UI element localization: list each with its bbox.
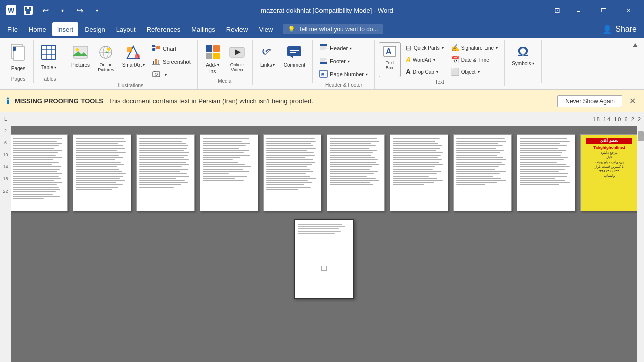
menu-item-insert[interactable]: Insert: [52, 22, 79, 36]
table-button[interactable]: Table ▾: [38, 42, 60, 72]
links-dropdown-icon: ▾: [273, 63, 275, 67]
online-pictures-icon: [98, 44, 114, 61]
svg-rect-14: [73, 46, 88, 58]
svg-rect-53: [320, 62, 327, 64]
pages-button[interactable]: Pages: [7, 42, 29, 73]
scroll-thumb[interactable]: [638, 131, 644, 141]
collapse-ribbon-button[interactable]: [630, 40, 641, 53]
menu-item-mailings[interactable]: Mailings: [186, 22, 220, 36]
tell-me-input[interactable]: 💡 Tell me what you want to do...: [283, 24, 383, 34]
menu-item-view[interactable]: View: [254, 22, 278, 36]
never-show-again-button[interactable]: Never Show Again: [557, 95, 622, 107]
ribbon-group-text-label: Text: [379, 79, 500, 86]
menu-item-layout[interactable]: Layout: [111, 22, 141, 36]
addins-dropdown-icon: ▾: [217, 63, 219, 67]
notification-message: This document contains text in Persian (…: [108, 97, 552, 105]
screenshot-dropdown-icon: ▾: [165, 73, 167, 77]
page-thumbnail-5: [263, 134, 321, 211]
svg-marker-62: [633, 43, 638, 47]
quick-parts-button[interactable]: ⊟ Quick Parts ▾: [403, 42, 446, 53]
page-number-button[interactable]: # Page Number ▾: [317, 68, 370, 80]
svg-rect-40: [213, 53, 220, 59]
menu-item-home[interactable]: Home: [24, 22, 51, 36]
ribbon-group-symbols-label: [509, 82, 537, 83]
chart-button[interactable]: Screenshot: [150, 56, 193, 68]
minimize-button[interactable]: 🗕: [567, 3, 590, 18]
smartart-button[interactable]: Chart: [150, 42, 193, 55]
text-box-button[interactable]: A TextBox: [379, 42, 401, 77]
wordart-icon: A: [406, 56, 411, 64]
comment-icon: [286, 44, 302, 61]
wordart-dropdown-icon: ▾: [433, 58, 435, 62]
notification-icon: ℹ: [6, 96, 10, 107]
document-area[interactable]: تحقیق آنلاین Tahghighonline.i مرجع دانلو…: [11, 126, 637, 362]
svg-rect-26: [152, 48, 155, 51]
header-button[interactable]: Header ▾: [317, 42, 370, 54]
pages-row: تحقیق آنلاین Tahghighonline.i مرجع دانلو…: [11, 134, 637, 211]
undo-button[interactable]: ↩: [38, 3, 52, 17]
pictures-button[interactable]: Pictures: [68, 42, 93, 70]
menu-item-file[interactable]: File: [2, 22, 23, 36]
page-thumbnail-9: [517, 134, 575, 211]
date-time-icon: 📅: [451, 56, 459, 64]
symbols-button[interactable]: Ω Symbols ▾: [509, 42, 537, 68]
share-button[interactable]: 👤 Share: [597, 23, 642, 36]
footer-dropdown-icon: ▾: [348, 59, 350, 64]
ruler-area: L 18 14 10 6 2 2: [0, 112, 644, 126]
page-thumbnail-8: [453, 134, 512, 211]
date-time-button[interactable]: 📅 Date & Time: [448, 54, 501, 65]
title-bar-right: ⊡ 🗕 🗖 ✕: [550, 3, 640, 18]
svg-rect-37: [206, 45, 212, 52]
customize-qat-button[interactable]: ▾: [90, 3, 104, 17]
svg-rect-48: [320, 44, 327, 46]
svg-text:#: #: [321, 72, 324, 77]
ribbon-group-media-label: Media: [202, 78, 248, 85]
svg-point-20: [107, 48, 110, 51]
close-button[interactable]: ✕: [617, 3, 640, 18]
shapes-dropdown-icon: ▾: [143, 63, 145, 67]
signature-button[interactable]: ✍ Signature Line ▾: [448, 42, 501, 53]
ribbon-group-media: Add- ▾ ins OnlineVideo Media: [198, 40, 253, 85]
wordart-button[interactable]: A WordArt ▾: [403, 54, 446, 65]
ribbon-group-pages-label: Pages: [7, 76, 29, 83]
redo-button[interactable]: ↪: [72, 3, 87, 17]
text-box-icon: A: [383, 44, 397, 59]
scrollbar[interactable]: [637, 126, 644, 362]
maximize-button[interactable]: 🗖: [592, 3, 615, 18]
svg-rect-30: [153, 61, 154, 64]
svg-text:A: A: [386, 47, 392, 56]
links-button[interactable]: Links ▾: [257, 42, 279, 70]
undo-dropdown[interactable]: ▾: [55, 3, 69, 17]
quick-parts-icon: ⊟: [406, 44, 412, 52]
page-number-icon: #: [319, 70, 328, 79]
ribbon-group-illustrations-label: Illustrations: [68, 83, 193, 89]
dropcap-button[interactable]: A Drop Cap ▾: [403, 66, 446, 77]
online-pictures-button[interactable]: OnlinePictures: [95, 42, 117, 74]
svg-rect-36: [154, 71, 156, 72]
signature-dropdown-icon: ▾: [496, 46, 498, 50]
page-thumbnail-10: تحقیق آنلاین Tahghighonline.i مرجع دانلو…: [580, 134, 637, 211]
page-thumbnail-6: [327, 134, 385, 211]
svg-rect-25: [152, 45, 155, 47]
page-thumbnail-4: [200, 134, 258, 211]
notification-close-button[interactable]: ✕: [627, 94, 638, 108]
svg-rect-23: [127, 47, 132, 52]
menu-item-design[interactable]: Design: [79, 22, 110, 36]
menu-item-review[interactable]: Review: [221, 22, 253, 36]
ribbon-display-button[interactable]: ⊡: [550, 3, 565, 17]
page-marker: [321, 266, 327, 271]
word-logo-icon[interactable]: W: [4, 3, 18, 17]
online-video-button[interactable]: OnlineVideo: [226, 42, 248, 74]
footer-button[interactable]: Footer ▾: [317, 55, 370, 67]
object-button[interactable]: ⬜ Object ▾: [448, 66, 501, 77]
addins-icon: [205, 44, 221, 61]
pictures-icon: [72, 44, 89, 61]
save-button[interactable]: [21, 3, 35, 17]
ribbon-group-symbols: Ω Symbols ▾: [505, 40, 541, 83]
comment-button[interactable]: Comment: [281, 42, 308, 70]
screenshot-button[interactable]: ▾: [150, 69, 193, 81]
addins-button[interactable]: Add- ▾ ins: [202, 42, 224, 76]
dropcap-icon: A: [406, 68, 411, 76]
menu-item-references[interactable]: References: [142, 22, 185, 36]
shapes-button[interactable]: SmartArt ▾: [119, 42, 148, 70]
